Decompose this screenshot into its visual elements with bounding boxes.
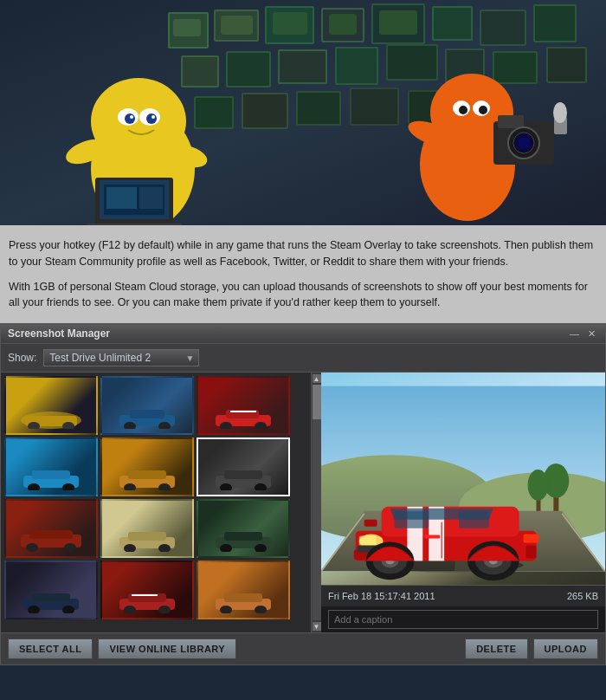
svg-rect-51 xyxy=(498,115,524,128)
manager-footer: SELECT ALL VIEW ONLINE LIBRARY DELETE UP… xyxy=(1,632,605,664)
svg-rect-76 xyxy=(128,470,166,479)
svg-rect-63 xyxy=(130,410,164,418)
upload-button[interactable]: UPLOAD xyxy=(533,638,598,659)
svg-rect-84 xyxy=(29,530,73,539)
close-button[interactable]: ✕ xyxy=(585,328,598,340)
svg-point-35 xyxy=(152,115,155,119)
thumbnail-12[interactable] xyxy=(197,561,290,619)
show-label: Show: xyxy=(8,352,36,364)
scrollbar[interactable]: ▲ ▼ xyxy=(311,373,321,632)
svg-rect-15 xyxy=(493,52,537,83)
thumbnail-7[interactable] xyxy=(4,499,98,558)
svg-rect-88 xyxy=(128,532,166,541)
preview-image xyxy=(321,373,605,585)
svg-point-32 xyxy=(125,113,135,124)
svg-rect-20 xyxy=(351,88,398,125)
svg-rect-6 xyxy=(433,7,472,40)
svg-rect-131 xyxy=(524,535,539,543)
preview-size: 265 KB xyxy=(567,591,598,601)
svg-point-85 xyxy=(26,543,38,552)
caption-input[interactable] xyxy=(328,610,598,629)
description-p1: Press your hotkey (F12 by default) while… xyxy=(9,237,597,270)
svg-point-48 xyxy=(459,106,467,114)
select-all-button[interactable]: SELECT ALL xyxy=(8,638,93,659)
svg-rect-23 xyxy=(173,19,201,36)
svg-rect-24 xyxy=(221,16,253,35)
svg-rect-40 xyxy=(87,224,182,225)
game-select[interactable]: Test Drive Unlimited 2 xyxy=(43,349,199,366)
titlebar-controls: — ✕ xyxy=(567,328,598,340)
svg-point-49 xyxy=(479,106,487,114)
svg-rect-105 xyxy=(224,593,262,602)
svg-rect-7 xyxy=(480,10,525,45)
svg-rect-8 xyxy=(534,5,576,42)
scroll-thumb-area xyxy=(313,385,321,620)
preview-scene-svg xyxy=(321,373,605,585)
thumb-row-4 xyxy=(4,561,307,619)
thumbnail-3[interactable] xyxy=(197,376,290,435)
hero-banner xyxy=(0,0,606,225)
svg-rect-13 xyxy=(387,45,437,80)
svg-rect-11 xyxy=(279,50,326,83)
svg-rect-72 xyxy=(32,470,70,479)
svg-rect-96 xyxy=(32,593,70,602)
svg-rect-92 xyxy=(224,532,262,541)
thumbnail-4[interactable] xyxy=(4,438,98,496)
svg-rect-16 xyxy=(547,48,586,82)
scroll-thumb[interactable] xyxy=(313,385,321,419)
svg-rect-145 xyxy=(424,535,440,539)
svg-rect-128 xyxy=(459,511,489,528)
game-select-wrapper[interactable]: Test Drive Unlimited 2 ▼ xyxy=(43,349,199,366)
thumb-row-1 xyxy=(4,376,307,435)
preview-date: Fri Feb 18 15:17:41 2011 xyxy=(328,591,435,601)
svg-rect-9 xyxy=(182,56,218,87)
svg-rect-43 xyxy=(139,187,163,209)
svg-rect-17 xyxy=(195,97,233,128)
thumbnail-11[interactable] xyxy=(100,561,194,619)
svg-rect-80 xyxy=(224,470,262,479)
thumbnail-1[interactable] xyxy=(4,376,98,435)
svg-rect-143 xyxy=(364,520,377,527)
manager-titlebar: Screenshot Manager — ✕ xyxy=(1,324,605,344)
svg-rect-134 xyxy=(526,546,537,559)
description-section: Press your hotkey (F12 by default) while… xyxy=(0,225,606,323)
svg-rect-12 xyxy=(336,48,377,84)
thumbnail-6[interactable] xyxy=(197,438,290,496)
svg-rect-25 xyxy=(273,12,307,35)
delete-button[interactable]: DELETE xyxy=(465,638,527,659)
thumbnail-grid-container: ▲ ▼ xyxy=(1,373,321,632)
svg-rect-26 xyxy=(329,14,357,35)
thumbnail-10[interactable] xyxy=(4,561,98,619)
svg-rect-42 xyxy=(106,187,137,209)
thumbnail-5[interactable] xyxy=(100,438,194,496)
preview-info: Fri Feb 18 15:17:41 2011 265 KB xyxy=(321,585,605,606)
svg-point-54 xyxy=(518,137,530,149)
hero-illustration xyxy=(0,0,606,225)
svg-rect-19 xyxy=(297,92,340,125)
manager-title: Screenshot Manager xyxy=(8,327,110,340)
svg-point-114 xyxy=(528,470,549,501)
thumb-row-3 xyxy=(4,499,307,558)
view-online-library-button[interactable]: VIEW ONLINE LIBRARY xyxy=(98,638,236,659)
preview-pane: Fri Feb 18 15:17:41 2011 265 KB xyxy=(321,373,605,632)
minimize-button[interactable]: — xyxy=(567,328,582,340)
svg-point-34 xyxy=(130,115,133,119)
svg-rect-127 xyxy=(394,511,429,528)
svg-rect-18 xyxy=(242,94,287,128)
manager-content: ▲ ▼ xyxy=(1,373,605,632)
footer-right-buttons: DELETE UPLOAD xyxy=(465,638,598,659)
thumbnail-8[interactable] xyxy=(100,499,194,558)
svg-point-86 xyxy=(64,543,76,552)
show-row: Show: Test Drive Unlimited 2 ▼ xyxy=(1,344,605,373)
thumbnail-grid[interactable] xyxy=(1,373,311,632)
thumbnail-2[interactable] xyxy=(100,376,194,435)
svg-rect-10 xyxy=(227,52,270,87)
svg-rect-27 xyxy=(379,10,417,35)
scroll-up-button[interactable]: ▲ xyxy=(313,374,321,383)
svg-rect-130 xyxy=(359,536,377,547)
svg-point-33 xyxy=(146,113,157,124)
thumbnail-9[interactable] xyxy=(197,499,290,558)
screenshot-manager: Screenshot Manager — ✕ Show: Test Drive … xyxy=(0,323,606,665)
scroll-down-button[interactable]: ▼ xyxy=(313,622,321,631)
description-p2: With 1GB of personal Steam Cloud storage… xyxy=(9,279,597,312)
